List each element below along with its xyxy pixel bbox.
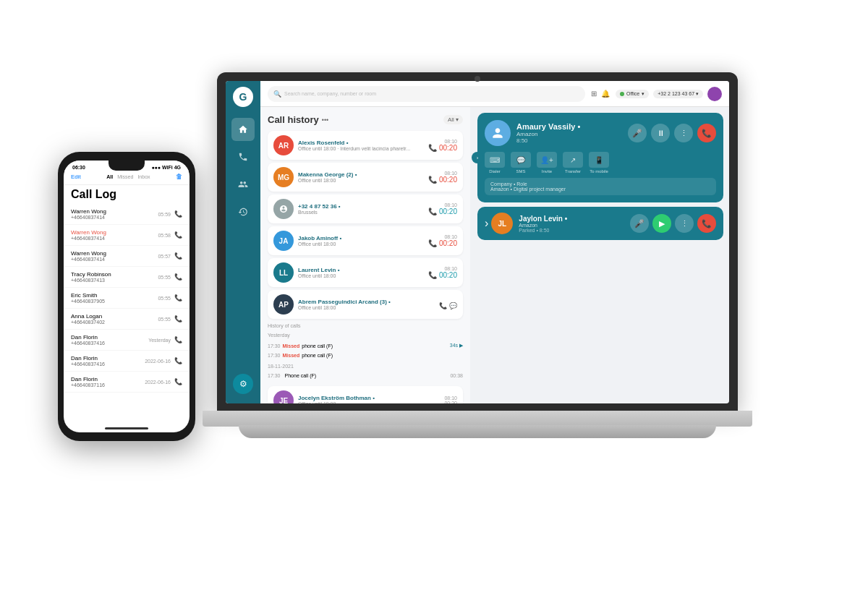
call-item-5[interactable]: LL Laurent Levin • Office until 18:00 08… [268, 258, 463, 287]
phone-call-item-3[interactable]: Warren Wong +46640837414 05:57 📞 [64, 246, 190, 267]
call-sub: Office until 18:00 [298, 273, 428, 278]
contact-info-bar: Company • Role Amazon • Digital project … [485, 178, 716, 195]
phone-call-item-6[interactable]: Anna Logan +46640837402 05:55 📞 [64, 309, 190, 330]
search-placeholder: Search name, company, number or room [284, 91, 376, 96]
sidebar-item-home[interactable] [231, 118, 255, 141]
parked-end-button[interactable]: 📞 [697, 214, 716, 233]
phone-call-number: +46640837414 [71, 215, 158, 220]
dialer-button[interactable]: ⌨ Dialer [485, 152, 505, 174]
call-time: 08:10 [428, 266, 457, 271]
app-container: G [226, 81, 729, 403]
call-name: +32 4 87 52 36 • [298, 203, 428, 210]
phone-call-number: +46640837414 [71, 257, 158, 262]
expand-button[interactable]: › [472, 152, 483, 163]
transfer-button[interactable]: ↗ Transfer [563, 152, 583, 174]
phone-call-name: Eric Smith [71, 292, 158, 299]
call-duration: 📞 00:20 [428, 208, 457, 215]
status-badge[interactable]: Office ▾ [616, 90, 649, 98]
phone-call-item-2[interactable]: Warren Wong +46640837414 05:58 📞 [64, 225, 190, 246]
call-duration: 📞 00:20 [428, 239, 457, 247]
more-button[interactable]: ⋮ [674, 124, 693, 142]
parked-more-button[interactable]: ⋮ [675, 214, 694, 233]
call-item-2[interactable]: MG Makenna George (2) • Office until 18:… [268, 163, 463, 192]
sms-button[interactable]: 💬 SMS [511, 152, 531, 174]
call-duration: 📞 00:20 [428, 271, 457, 279]
laptop-base [203, 411, 752, 427]
call-item-6[interactable]: AP Abrem Passeguindici Arcand (3) • Offi… [268, 290, 463, 319]
phone-call-time: 05:59 [158, 212, 171, 217]
sidebar-item-phone[interactable] [231, 145, 255, 168]
phone-call-list: Warren Wong +46640837414 05:59 📞 Warren … [64, 204, 190, 393]
call-item-bottom[interactable]: JE Jocelyn Ekström Bothman • Office unti… [268, 386, 463, 403]
call-controls: 🎤 ⏸ ⋮ 📞 [628, 124, 716, 142]
sidebar-logo: G [233, 87, 253, 107]
expand-parked-button[interactable]: › [485, 217, 488, 230]
phone-trash-icon[interactable]: 🗑 [176, 173, 182, 180]
phone-icon: 📞 [174, 336, 182, 343]
call-item-4[interactable]: JA Jakob Aminoff • Office until 18:00 08… [268, 226, 463, 255]
phone-call-item-8[interactable]: Dan Florin +46640837416 2022-06-16 📞 [64, 351, 190, 372]
phone-number-badge[interactable]: +32 2 123 43 67 ▾ [653, 90, 703, 98]
phone-title: Call Log [64, 185, 190, 204]
parked-avatar: JL [491, 213, 513, 234]
phone-number: +32 2 123 43 67 [658, 91, 694, 96]
call-sub: Office until 18:00 [298, 305, 439, 310]
phone-top-nav: Edit All Missed Inbox 🗑 [64, 171, 190, 185]
call-sub: Office until 18:00 · Interdum velit laci… [298, 146, 428, 151]
phone-call-time: 2022-06-16 [145, 359, 171, 364]
call-time: 08:10 [428, 234, 457, 239]
call-item-3[interactable]: +32 4 87 52 36 • Brussels 08:10 📞 00:20 [268, 194, 463, 223]
phone-call-number: +46640837414 [71, 236, 158, 241]
parked-mute-button[interactable]: 🎤 [630, 214, 649, 233]
mute-button[interactable]: 🎤 [628, 124, 647, 142]
invite-button[interactable]: 👤+ Invite [537, 152, 557, 174]
phone-icon: 📞 [174, 357, 182, 364]
bell-icon[interactable]: 🔔 [601, 90, 610, 98]
call-avatar: LL [273, 262, 294, 283]
call-sub: Office until 18:00 [298, 178, 428, 183]
call-history-header: Call history ••• All ▾ [268, 114, 463, 125]
smartphone: 06:30 ●●● WiFi 4G Edit All Missed Inbox … [58, 152, 195, 441]
history-section-label: History of calls [268, 323, 463, 328]
search-bar[interactable]: 🔍 Search name, company, number or room [268, 86, 585, 102]
phone-tab-all[interactable]: All [106, 174, 113, 179]
sidebar-settings-icon[interactable]: ⚙ [231, 372, 255, 395]
phone-signal: ●●● WiFi 4G [151, 165, 181, 170]
phone-edit-button[interactable]: Edit [71, 174, 81, 180]
call-history-more-button[interactable]: ••• [322, 116, 328, 124]
laptop-camera [475, 76, 480, 82]
call-time: 08:10 [444, 395, 457, 401]
phone-tab-inbox[interactable]: Inbox [137, 174, 150, 179]
hold-button[interactable]: ⏸ [651, 124, 670, 142]
sidebar-item-contacts[interactable] [231, 173, 255, 196]
call-name: Alexis Rosenfeld • [298, 140, 428, 146]
phone-call-time: 05:57 [158, 254, 171, 259]
phone-tabs: All Missed Inbox [106, 174, 150, 179]
phone-call-number: +46640837413 [71, 278, 158, 283]
grid-icon[interactable]: ⊞ [591, 90, 597, 98]
phone-call-item-9[interactable]: Dan Florin +46640837116 2022-06-16 📞 [64, 372, 190, 393]
phone-tab-missed[interactable]: Missed [117, 174, 133, 179]
phone-call-time: 05:55 [158, 275, 171, 280]
call-item-1[interactable]: AR Alexis Rosenfeld • Office until 18:00… [268, 131, 463, 160]
call-avatar: JE [273, 390, 294, 403]
user-avatar[interactable] [707, 87, 722, 101]
phone-call-number: +46640837905 [71, 299, 158, 304]
phone-call-item-4[interactable]: Tracy Robinson +46640837413 05:55 📞 [64, 267, 190, 288]
phone-icon: 📞 [174, 315, 182, 322]
call-history-filter[interactable]: All ▾ [443, 115, 463, 124]
status-dot [620, 92, 624, 96]
call-duration: 📞 00:20 [428, 144, 457, 152]
phone-icon: 📞 [174, 231, 182, 239]
to-mobile-button[interactable]: 📱 To mobile [589, 152, 609, 174]
laptop-screen-inner: G [226, 81, 729, 403]
end-call-button[interactable]: 📞 [697, 124, 716, 142]
phone-call-item-5[interactable]: Eric Smith +46640837905 05:55 📞 [64, 288, 190, 309]
phone-call-name: Warren Wong [71, 208, 158, 215]
sidebar-item-history[interactable] [231, 200, 255, 223]
phone-call-item-7[interactable]: Dan Florin +46640837416 Yesterday 📞 [64, 330, 190, 351]
phone-call-number: +46640837402 [71, 320, 158, 325]
parked-resume-button[interactable]: ▶ [652, 214, 671, 233]
action-buttons: ⌨ Dialer 💬 SMS 👤+ Invite [485, 152, 716, 174]
phone-call-item-1[interactable]: Warren Wong +46640837414 05:59 📞 [64, 204, 190, 225]
